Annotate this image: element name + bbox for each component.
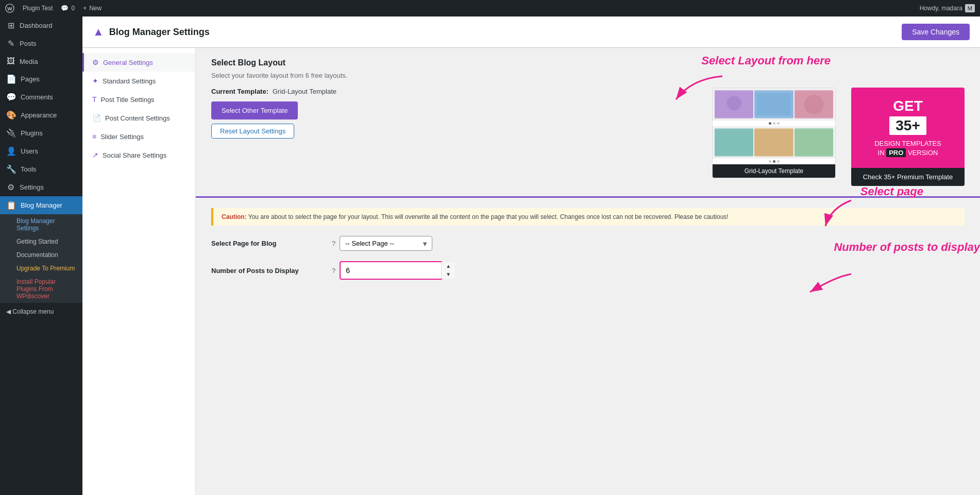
sidebar-item-label: Posts — [20, 40, 37, 47]
layout-section: Select Blog Layout Select your favorite … — [211, 58, 965, 186]
template-preview-grid-2 — [713, 126, 835, 159]
stepper-down-button[interactable]: ▼ — [442, 270, 455, 279]
plugins-icon: 🔌 — [6, 128, 16, 138]
nav-item-label: Social Share Settings — [103, 151, 166, 159]
posts-count-help-icon[interactable]: ? — [332, 267, 335, 275]
posts-count-row: Number of Posts to Display ? ▲ ▼ — [211, 261, 965, 280]
users-icon: 👤 — [6, 146, 16, 156]
sidebar-menu: ⊞ Dashboard ✎ Posts 🖼 Media 📄 Pages 💬 Co… — [0, 16, 82, 214]
sidebar-submenu-item-getting-started[interactable]: Getting Started — [0, 235, 82, 248]
preview-img-5 — [754, 128, 793, 157]
sidebar-item-label: Users — [21, 147, 38, 155]
select-page-control: ? -- Select Page -- Home Blog About Cont… — [330, 236, 432, 251]
nav-item-standard-settings[interactable]: ✦ Standard Settings — [82, 72, 195, 90]
nav-item-label: General Settings — [103, 59, 153, 66]
nav-item-general-settings[interactable]: ⚙ General Settings — [82, 53, 195, 72]
sidebar: ⊞ Dashboard ✎ Posts 🖼 Media 📄 Pages 💬 Co… — [0, 16, 82, 495]
comments-count[interactable]: 💬 0 — [61, 5, 75, 12]
sidebar-item-comments[interactable]: 💬 Comments — [0, 88, 82, 106]
sidebar-item-posts[interactable]: ✎ Posts — [0, 35, 82, 53]
sidebar-item-label: Plugins — [21, 129, 43, 137]
preview-dot — [769, 122, 771, 125]
svg-rect-9 — [715, 129, 753, 156]
current-template-value: Grid-Layout Template — [273, 88, 336, 95]
main-wrapper: ▲ Blog Manager Settings Save Changes ⚙ G… — [82, 16, 980, 495]
sidebar-item-settings[interactable]: ⚙ Settings — [0, 178, 82, 196]
page-section: Select page Caution: — [211, 208, 965, 280]
preview-dot — [777, 122, 780, 125]
slider-icon: ≡ — [92, 132, 96, 141]
sidebar-item-label: Blog Manager — [21, 201, 62, 209]
settings-content: Select Blog Layout Select your favorite … — [196, 48, 980, 495]
caution-label: Caution: — [222, 213, 247, 220]
new-content[interactable]: + New — [83, 5, 102, 12]
sidebar-submenu-item-install-plugins[interactable]: Install Popular Plugins From WPdiscover — [0, 275, 82, 303]
sidebar-submenu: Blog Manager Settings Getting Started Do… — [0, 214, 82, 303]
svg-rect-6 — [757, 93, 791, 115]
sidebar-submenu-item-documentation[interactable]: Documentation — [0, 248, 82, 262]
sidebar-item-media[interactable]: 🖼 Media — [0, 53, 82, 70]
section-divider — [196, 196, 980, 198]
preview-img-4 — [715, 128, 753, 157]
gear-icon: ⚙ — [92, 58, 99, 66]
sidebar-item-plugins[interactable]: 🔌 Plugins — [0, 124, 82, 142]
nav-item-post-title-settings[interactable]: T Post Title Settings — [82, 90, 195, 109]
dashboard-icon: ⊞ — [6, 21, 15, 30]
pro-banner-check-button[interactable]: Check 35+ Premium Template — [851, 168, 965, 186]
select-page-wrapper: -- Select Page -- Home Blog About Contac… — [340, 236, 432, 251]
share-icon: ↗ — [92, 151, 98, 159]
pro-count: 35+ — [889, 116, 926, 135]
page-header: ▲ Blog Manager Settings Save Changes — [82, 16, 980, 48]
select-other-template-button[interactable]: Select Other Template — [211, 101, 298, 120]
collapse-menu[interactable]: ◀ Collapse menu — [0, 303, 82, 320]
page-title: Blog Manager Settings — [109, 27, 210, 38]
nav-item-post-content-settings[interactable]: 📄 Post Content Settings — [82, 109, 195, 127]
svg-text:W: W — [7, 6, 12, 11]
preview-img-3 — [795, 90, 833, 118]
preview-img-6 — [795, 128, 833, 157]
settings-icon: ⚙ — [6, 182, 15, 192]
sidebar-submenu-item-upgrade-premium[interactable]: Upgrade To Premium — [0, 262, 82, 275]
select-page-row: Select Page for Blog ? -- Select Page --… — [211, 236, 965, 251]
posts-count-input[interactable] — [341, 262, 441, 279]
section-desc: Select your favorite layout from 6 free … — [211, 72, 965, 79]
svg-rect-10 — [754, 129, 793, 156]
howdy-user: Howdy, madara M — [920, 4, 975, 12]
pages-icon: 📄 — [6, 74, 16, 84]
preview-img-1 — [715, 90, 753, 118]
site-title[interactable]: Plugin Test — [23, 5, 53, 12]
sidebar-item-label: Dashboard — [20, 22, 53, 29]
number-stepper: ▲ ▼ — [441, 262, 455, 279]
posts-count-container: Number of posts to display — [211, 261, 965, 280]
sidebar-submenu-item-blog-manager-settings[interactable]: Blog Manager Settings — [0, 214, 82, 235]
brand-logo-icon: ▲ — [93, 25, 104, 39]
blog-manager-icon: 📋 — [6, 200, 16, 210]
preview-dot — [773, 122, 775, 125]
sidebar-item-pages[interactable]: 📄 Pages — [0, 70, 82, 88]
sidebar-item-dashboard[interactable]: ⊞ Dashboard — [0, 16, 82, 35]
sidebar-item-blog-manager[interactable]: 📋 Blog Manager — [0, 196, 82, 214]
sidebar-item-appearance[interactable]: 🎨 Appearance — [0, 106, 82, 124]
nav-item-slider-settings[interactable]: ≡ Slider Settings — [82, 127, 195, 146]
reset-layout-settings-button[interactable]: Reset Layout Settings — [211, 124, 294, 139]
nav-item-social-share-settings[interactable]: ↗ Social Share Settings — [82, 146, 195, 164]
sidebar-item-tools[interactable]: 🔧 Tools — [0, 160, 82, 178]
title-icon: T — [92, 95, 97, 104]
select-page-label: Select Page for Blog — [211, 240, 325, 247]
caution-bar: Caution: You are about to select the pag… — [211, 208, 965, 226]
sidebar-item-users[interactable]: 👤 Users — [0, 142, 82, 160]
preview-dot — [773, 160, 775, 163]
pro-desc: DESIGN TEMPLATES IN PRO VERSION — [861, 139, 954, 158]
tools-icon: 🔧 — [6, 164, 16, 174]
stepper-up-button[interactable]: ▲ — [442, 262, 455, 270]
select-page-help-icon[interactable]: ? — [332, 240, 335, 247]
wp-logo-item[interactable]: W — [5, 4, 14, 13]
select-page-dropdown[interactable]: -- Select Page -- Home Blog About Contac… — [340, 236, 432, 251]
number-input-wrapper: ▲ ▼ — [340, 261, 443, 280]
sidebar-item-label: Tools — [21, 165, 36, 173]
svg-point-8 — [804, 95, 823, 114]
save-changes-button[interactable]: Save Changes — [902, 24, 970, 40]
current-template-row: Current Template: Grid-Layout Template — [211, 88, 697, 95]
posts-icon: ✎ — [6, 39, 15, 48]
template-name-bar: Grid-Layout Template — [713, 164, 835, 178]
